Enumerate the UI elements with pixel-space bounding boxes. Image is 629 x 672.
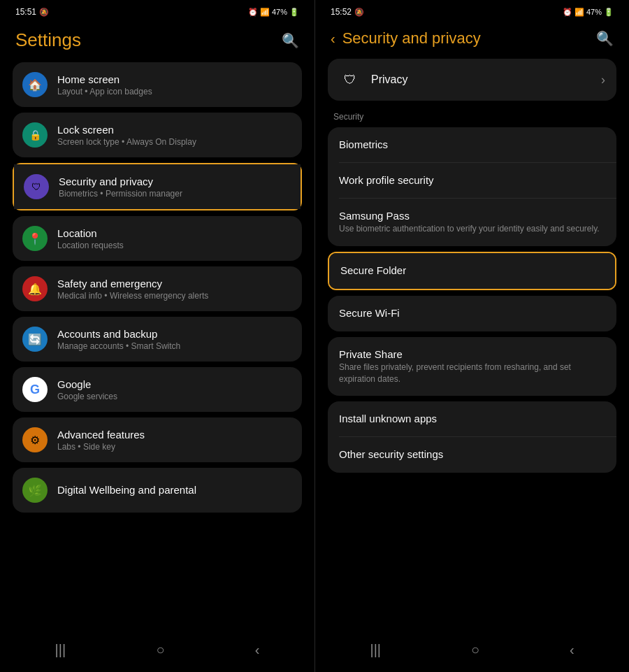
right-recent-button[interactable]: ||| <box>370 642 381 658</box>
work-profile-item[interactable]: Work profile security <box>328 163 616 199</box>
samsung-pass-subtitle: Use biometric authentication to verify y… <box>339 223 605 235</box>
home-screen-icon: 🏠 <box>22 72 48 97</box>
accounts-backup-group: 🔄 Accounts and backup Manage accounts • … <box>13 317 302 362</box>
left-recent-button[interactable]: ||| <box>55 642 66 658</box>
secure-wifi-title: Secure Wi-Fi <box>339 307 605 319</box>
back-button[interactable]: ‹ <box>331 31 335 47</box>
security-section-label: Security <box>328 109 616 127</box>
accounts-backup-icon: 🔄 <box>22 327 48 352</box>
secure-wifi-item[interactable]: Secure Wi-Fi <box>328 296 616 331</box>
secure-folder-group: Secure Folder <box>328 252 616 290</box>
digital-wellbeing-item[interactable]: 🌿 Digital Wellbeing and parental <box>13 468 302 513</box>
advanced-features-title: Advanced features <box>57 429 292 441</box>
right-status-bar: 15:52 🔕 ⏰ 📶 47% 🔋 <box>325 0 619 21</box>
left-status-right: ⏰ 📶 47% 🔋 <box>248 8 299 17</box>
digital-wellbeing-title: Digital Wellbeing and parental <box>57 484 292 496</box>
lock-screen-icon: 🔒 <box>22 122 48 148</box>
right-back-button[interactable]: ‹ <box>570 642 574 658</box>
privacy-arrow: › <box>601 73 605 87</box>
samsung-pass-title: Samsung Pass <box>339 210 605 222</box>
security-privacy-text: Security and privacy Biometrics • Permis… <box>59 176 291 199</box>
security-privacy-icon: 🛡 <box>24 174 49 199</box>
work-profile-title: Work profile security <box>339 174 605 186</box>
left-wifi-icon: 📶 <box>260 8 270 17</box>
security-items-group-3: Private Share Share files privately, pre… <box>328 337 616 396</box>
lock-screen-title: Lock screen <box>57 124 292 136</box>
biometrics-title: Biometrics <box>339 138 605 150</box>
safety-emergency-group: 🔔 Safety and emergency Medical info • Wi… <box>13 266 302 311</box>
advanced-features-icon: ⚙ <box>22 427 48 452</box>
home-screen-title: Home screen <box>57 73 292 85</box>
location-item[interactable]: 📍 Location Location requests <box>13 216 302 261</box>
google-text: Google Google services <box>57 378 292 401</box>
left-search-button[interactable]: 🔍 <box>282 32 299 49</box>
digital-wellbeing-group: 🌿 Digital Wellbeing and parental <box>13 468 302 513</box>
right-battery: 47% <box>586 8 602 16</box>
samsung-pass-item[interactable]: Samsung Pass Use biometric authenticatio… <box>328 199 616 246</box>
right-page-title: Security and privacy <box>342 29 589 48</box>
digital-wellbeing-text: Digital Wellbeing and parental <box>57 484 292 497</box>
right-status-right: ⏰ 📶 47% 🔋 <box>563 8 614 17</box>
advanced-features-subtitle: Labs • Side key <box>57 442 292 452</box>
private-share-title: Private Share <box>339 348 605 360</box>
advanced-features-text: Advanced features Labs • Side key <box>57 429 292 452</box>
right-alarm-icon: ⏰ <box>563 8 572 17</box>
left-status-bar: 15:51 🔕 ⏰ 📶 47% 🔋 <box>10 0 305 21</box>
right-search-button[interactable]: 🔍 <box>596 30 614 47</box>
left-battery-icon: 🔋 <box>289 8 299 17</box>
left-phone: 15:51 🔕 ⏰ 📶 47% 🔋 Settings 🔍 🏠 Home scre… <box>0 0 314 672</box>
private-share-subtitle: Share files privately, prevent recipient… <box>339 362 605 385</box>
privacy-label: Privacy <box>371 73 601 86</box>
security-privacy-group: 🛡 Security and privacy Biometrics • Perm… <box>13 163 302 210</box>
accounts-backup-title: Accounts and backup <box>57 328 292 340</box>
safety-emergency-subtitle: Medical info • Wireless emergency alerts <box>57 291 292 301</box>
other-security-item[interactable]: Other security settings <box>328 437 616 473</box>
home-screen-text: Home screen Layout • App icon badges <box>57 73 292 96</box>
private-share-item[interactable]: Private Share Share files privately, pre… <box>328 337 616 396</box>
google-item[interactable]: G Google Google services <box>13 367 302 412</box>
left-notif-icon: 🔕 <box>39 8 49 17</box>
left-back-button[interactable]: ‹ <box>255 642 260 658</box>
privacy-icon: 🛡 <box>339 69 361 91</box>
right-wifi-icon: 📶 <box>574 8 584 17</box>
google-subtitle: Google services <box>57 392 292 401</box>
home-screen-item[interactable]: 🏠 Home screen Layout • App icon badges <box>13 62 302 107</box>
install-unknown-item[interactable]: Install unknown apps <box>328 401 616 437</box>
install-unknown-title: Install unknown apps <box>339 413 605 424</box>
other-security-title: Other security settings <box>339 448 605 460</box>
biometrics-item[interactable]: Biometrics <box>328 127 616 163</box>
secure-folder-title: Secure Folder <box>340 264 604 276</box>
left-status-left: 15:51 🔕 <box>15 7 49 17</box>
safety-emergency-text: Safety and emergency Medical info • Wire… <box>57 278 292 301</box>
lock-screen-item[interactable]: 🔒 Lock screen Screen lock type • Always … <box>13 113 302 157</box>
location-group: 📍 Location Location requests <box>13 216 302 261</box>
right-settings-list: 🛡 Privacy › Security Biometrics Work pro… <box>325 59 619 632</box>
security-privacy-subtitle: Biometrics • Permission manager <box>59 189 291 199</box>
location-icon: 📍 <box>22 226 48 251</box>
left-home-button[interactable]: ○ <box>156 642 164 658</box>
location-text: Location Location requests <box>57 227 292 250</box>
accounts-backup-text: Accounts and backup Manage accounts • Sm… <box>57 328 292 351</box>
right-notif-icon: 🔕 <box>354 8 364 17</box>
right-time: 15:52 <box>331 7 352 17</box>
safety-emergency-item[interactable]: 🔔 Safety and emergency Medical info • Wi… <box>13 266 302 311</box>
accounts-backup-item[interactable]: 🔄 Accounts and backup Manage accounts • … <box>13 317 302 362</box>
location-subtitle: Location requests <box>57 241 292 250</box>
accounts-backup-subtitle: Manage accounts • Smart Switch <box>57 341 292 351</box>
advanced-features-item[interactable]: ⚙ Advanced features Labs • Side key <box>13 417 302 462</box>
right-screen-title: ‹ Security and privacy 🔍 <box>325 21 619 59</box>
left-screen-title: Settings 🔍 <box>10 21 305 62</box>
security-privacy-item[interactable]: 🛡 Security and privacy Biometrics • Perm… <box>14 164 301 209</box>
left-page-title: Settings <box>15 29 81 51</box>
left-nav-bar: ||| ○ ‹ <box>10 632 305 672</box>
google-group: G Google Google services <box>13 367 302 412</box>
right-battery-icon: 🔋 <box>604 8 614 17</box>
privacy-row[interactable]: 🛡 Privacy › <box>328 59 616 101</box>
digital-wellbeing-icon: 🌿 <box>22 478 48 503</box>
right-home-button[interactable]: ○ <box>471 642 479 658</box>
safety-emergency-title: Safety and emergency <box>57 278 292 289</box>
left-settings-list: 🏠 Home screen Layout • App icon badges 🔒… <box>10 62 305 632</box>
home-screen-subtitle: Layout • App icon badges <box>57 87 292 96</box>
google-icon: G <box>22 377 48 402</box>
secure-folder-item[interactable]: Secure Folder <box>329 253 615 289</box>
